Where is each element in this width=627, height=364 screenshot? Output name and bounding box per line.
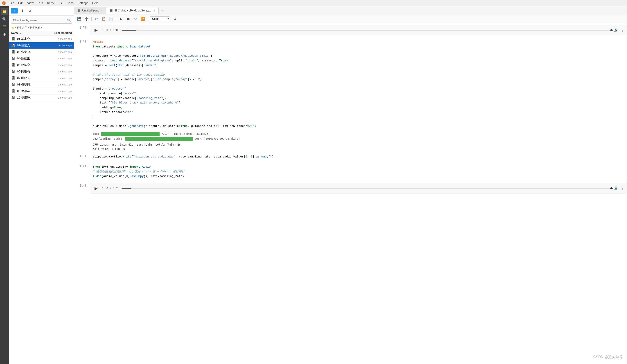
file-icon-9: 📓 [11,96,15,100]
play-button-14[interactable]: ▶ [93,185,99,191]
cell-14-code-block[interactable]: from IPython.display import Audio # 要收听生… [90,163,627,181]
audio-progress-dot-14 [610,187,613,189]
cell-type-select[interactable]: Code Markdown Raw [150,16,170,21]
file-name-2: 03-张量Te... [17,50,58,54]
progress-bar-2 [125,137,193,141]
cut-button[interactable]: ✂ [93,16,100,22]
add-cell-button[interactable]: ➕ [83,16,90,22]
file-date-0: a month ago [58,38,72,40]
file-item-1[interactable]: 📓 02-快速入... an hour ago [9,42,74,49]
refresh-button[interactable]: ↺ [27,8,33,14]
file-icon-4: 📓 [11,63,15,67]
audio-more-14[interactable]: ⋮ [621,186,624,190]
cell-12-progress: 100% 275/275 [00:00<00:00, 26.3kB/s] Dow… [90,131,627,142]
cell-12-code[interactable]: %%time from datasets import load_dataset… [90,38,627,131]
file-name-5: 06-网络构... [17,70,58,74]
tab-musicgen[interactable]: 📓 基于MindNLP+MusicGen生... × [107,7,159,14]
file-item-4[interactable]: 📓 05-数据变... a month ago [9,62,74,68]
sidebar-files-icon[interactable]: 📁 [1,8,8,15]
run-button[interactable]: ▶ [118,16,124,22]
progress-bar-1 [101,132,159,136]
audio-more-11[interactable]: ⋮ [621,28,624,32]
file-icon-5: 📓 [11,70,15,74]
date-column-header[interactable]: Last Modified [47,32,72,35]
file-list: 📓 01-基本介... a month ago 📓 02-快速入... an h… [9,36,74,364]
file-date-5: a month ago [58,70,72,73]
file-icon-2: 📓 [11,50,15,54]
progress-fill-1 [101,132,159,136]
tab-untitled[interactable]: 📓 Untitled.ipynb × [74,7,106,14]
sidebar-search-icon[interactable]: 🔍 [1,16,8,22]
restart-button[interactable]: ↺ [132,16,139,22]
sidebar-list-icon[interactable]: ☰ [1,23,8,30]
progress-row-1: 100% 275/275 [00:00<00:00, 26.3kB/s] [93,132,624,136]
menu-file[interactable]: File [8,1,16,5]
folder-icon: 📁 [11,26,15,30]
menu-run[interactable]: Run [36,1,45,5]
copy-button[interactable]: 📋 [101,16,107,22]
notebook-content: [11]: ▶ 0:00 / 0:05 🔊 ⋮ [74,23,627,364]
menu-kernel[interactable]: Kernel [45,1,57,5]
cell-11-body: ▶ 0:00 / 0:05 🔊 ⋮ [90,24,627,36]
audio-volume-14[interactable]: 🔊 [614,186,618,190]
cell-12-body: %%time from datasets import load_dataset… [90,38,627,151]
file-date-3: a month ago [58,57,72,60]
file-item-5[interactable]: 📓 06-网络构... a month ago [9,68,74,75]
cell-14-number-top: [14]: [74,163,90,181]
audio-progress-11[interactable] [121,30,612,31]
file-item-2[interactable]: 📓 03-张量Te... a month ago [9,49,74,55]
save-button[interactable]: 💾 [76,16,82,22]
file-name-6: 07-函数式... [17,76,58,80]
progress-label-2: Downloading readme: [93,137,124,140]
menu-settings[interactable]: Settings [76,1,90,5]
menubar: J File Edit View Run Kernel Git Tabs Set… [0,0,627,6]
file-name-4: 05-数据变... [17,63,58,67]
file-name-9: 10-使用静... [17,96,58,100]
search-input[interactable] [11,18,66,23]
tab-notebook-icon: 📓 [77,9,81,12]
audio-progress-dot-11 [610,29,613,31]
file-item-0[interactable]: 📓 01-基本介... a month ago [9,36,74,42]
file-item-6[interactable]: 📓 07-函数式... a month ago [9,75,74,82]
progress-fill-2 [125,137,193,141]
menu-tabs[interactable]: Tabs [65,1,75,5]
audio-volume-11[interactable]: 🔊 [614,28,618,32]
search-button[interactable]: 🔍 [66,17,72,23]
new-button[interactable]: + + [11,8,18,13]
play-button-11[interactable]: ▶ [93,27,99,33]
kernel-refresh-button[interactable]: ↺ [172,16,178,22]
audio-progress-14[interactable] [121,188,612,189]
audio-player-11: ▶ 0:00 / 0:05 🔊 ⋮ [90,25,627,35]
cell-13-code[interactable]: scipy.io.wavfile.write("musicgen_out_aud… [90,153,627,161]
breadcrumb-path: / 初学入门 / 初学教程 / [15,26,42,30]
add-tab-button[interactable]: + [159,7,165,14]
file-name-0: 01-基本介... [17,37,58,41]
stop-button[interactable]: ⏹ [125,16,131,22]
file-date-7: a month ago [58,83,72,86]
menu-help[interactable]: Help [91,1,100,5]
file-item-7[interactable]: 📓 08-模型训... a month ago [9,82,74,88]
name-column-header[interactable]: Name ▲ [11,32,47,35]
upload-button[interactable]: ⬆ [19,8,26,14]
menu-edit[interactable]: Edit [16,1,25,5]
file-item-9[interactable]: 📓 10-使用静... a month ago [9,94,74,101]
tab-musicgen-close[interactable]: × [153,9,156,12]
output-line-1: CPU times: user 6min 41s, sys: 1min, tot… [90,142,627,147]
file-date-6: a month ago [58,77,72,79]
file-item-3[interactable]: 📓 04-数据集... a month ago [9,55,74,62]
tab-musicgen-label: 基于MindNLP+MusicGen生... [114,9,152,13]
file-icon-3: 📓 [11,56,15,60]
paste-button[interactable]: 📄 [108,16,114,22]
tab-untitled-close[interactable]: × [101,9,103,12]
file-item-8[interactable]: 📓 09-保存与... a month ago [9,88,74,94]
cell-14-body-audio: ▶ 0:00 / 0:20 🔊 ⋮ [90,182,627,194]
menu-git[interactable]: Git [58,1,65,5]
file-date-9: a month ago [58,96,72,99]
cell-14-code: [14]: from IPython.display import Audio … [74,162,627,181]
audio-progress-fill-14 [121,188,131,189]
file-toolbar: + + ⬆ ↺ [9,6,74,15]
progress-stats-1: 275/275 [00:00<00:00, 26.3kB/s] [161,133,210,136]
sidebar-extensions-icon[interactable]: ⚙ [1,31,8,38]
menu-view[interactable]: View [25,1,35,5]
fastforward-button[interactable]: ⏩ [140,16,146,22]
